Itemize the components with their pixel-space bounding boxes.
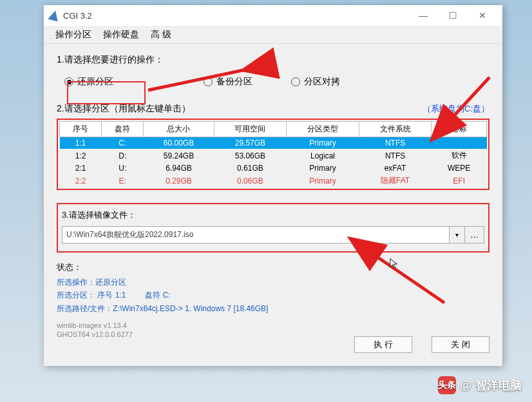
ellipsis-icon: … xyxy=(470,230,479,240)
radio-clone[interactable]: 分区对拷 xyxy=(291,76,340,88)
app-window: CGI 3.2 — ☐ ✕ 操作分区 操作硬盘 高 级 1.请选择您要进行的操作… xyxy=(44,5,502,366)
radio-backup-label: 备份分区 xyxy=(216,76,252,88)
radio-restore-label: 还原分区 xyxy=(77,76,113,88)
status-drive: 盘符 C: xyxy=(145,289,170,302)
menubar: 操作分区 操作硬盘 高 级 xyxy=(44,26,502,44)
watermark: 头条 @ 智洋电脑 xyxy=(438,376,522,394)
table-row[interactable]: 2:2 E: 0.29GB 0.06GB Primary 隐藏FAT EFI xyxy=(60,174,487,187)
menu-disk[interactable]: 操作硬盘 xyxy=(103,29,139,41)
maximize-button[interactable]: ☐ xyxy=(438,5,468,26)
radio-restore[interactable]: 还原分区 xyxy=(64,76,113,88)
step1-label: 1.请选择您要进行的操作： xyxy=(57,54,489,66)
image-path-combo[interactable]: U:\Win7x64旗舰优化版2022.0917.iso xyxy=(62,226,450,244)
col-total: 总大小 xyxy=(144,122,214,137)
col-index: 序号 xyxy=(60,122,102,137)
col-fs: 文件系统 xyxy=(359,122,432,137)
radio-dot-icon xyxy=(291,77,300,86)
radio-dot-icon xyxy=(204,77,213,86)
partition-table[interactable]: 序号 盘符 总大小 可用空间 分区类型 文件系统 卷标 1:1 C: 60.00… xyxy=(59,121,487,187)
step3-wrap: 3.请选择镜像文件： U:\Win7x64旗舰优化版2022.0917.iso … xyxy=(57,203,489,253)
menu-partition[interactable]: 操作分区 xyxy=(55,29,91,41)
chevron-down-icon: ▾ xyxy=(455,231,459,238)
table-row[interactable]: 1:2 D: 59.24GB 53.06GB Logical NTFS 软件 xyxy=(60,149,487,162)
content-area: 1.请选择您要进行的操作： 还原分区 备份分区 分区对拷 2.请选择分区（用鼠标… xyxy=(44,44,502,345)
combo-dropdown-button[interactable]: ▾ xyxy=(450,226,465,244)
radio-dot-icon xyxy=(64,77,73,86)
partition-table-wrap: 序号 盘符 总大小 可用空间 分区类型 文件系统 卷标 1:1 C: 60.00… xyxy=(57,119,489,190)
col-label: 卷标 xyxy=(432,122,487,137)
window-title: CGI 3.2 xyxy=(63,11,92,21)
titlebar: CGI 3.2 — ☐ ✕ xyxy=(44,5,502,26)
app-icon xyxy=(48,9,61,22)
watermark-icon: 头条 xyxy=(438,376,456,394)
table-row[interactable]: 2:1 U: 6.94GB 0.61GB Primary exFAT WEPE xyxy=(60,162,487,174)
step3-label: 3.请选择镜像文件： xyxy=(62,209,484,221)
status-path: 所选路径/文件：Z:\Win7x64cj.ESD-> 1. Windows 7 … xyxy=(57,302,489,315)
minimize-button[interactable]: — xyxy=(408,5,438,26)
close-button[interactable]: 关 闭 xyxy=(432,336,489,353)
status-partition: 所选分区： 序号 1:1 xyxy=(57,289,126,302)
col-type: 分区类型 xyxy=(287,122,359,137)
step2-label: 2.请选择分区（用鼠标左键单击） xyxy=(57,103,191,115)
image-path-value: U:\Win7x64旗舰优化版2022.0917.iso xyxy=(66,229,193,240)
system-disk-note: （系统盘为C:盘） xyxy=(423,103,489,115)
table-row[interactable]: 1:1 C: 60.00GB 29.57GB Primary NTFS xyxy=(60,137,487,149)
status-operation: 所选操作：还原分区 xyxy=(57,276,489,289)
watermark-text: 智洋电脑 xyxy=(475,378,522,393)
operation-radio-group: 还原分区 备份分区 分区对拷 xyxy=(57,72,489,94)
close-window-button[interactable]: ✕ xyxy=(468,5,497,26)
radio-clone-label: 分区对拷 xyxy=(304,76,340,88)
execute-button[interactable]: 执 行 xyxy=(354,336,412,353)
status-block: 所选操作：还原分区 所选分区： 序号 1:1 盘符 C: 所选路径/文件：Z:\… xyxy=(57,276,489,315)
browse-button[interactable]: … xyxy=(465,226,484,244)
version-wimlib: wimlib-imagex v1.13.4 xyxy=(57,321,489,329)
col-free: 可用空间 xyxy=(214,122,287,137)
radio-backup[interactable]: 备份分区 xyxy=(204,76,252,88)
menu-advanced[interactable]: 高 级 xyxy=(151,29,171,41)
status-title: 状态： xyxy=(57,262,489,273)
watermark-at: @ xyxy=(460,379,471,392)
col-drive: 盘符 xyxy=(102,122,144,137)
